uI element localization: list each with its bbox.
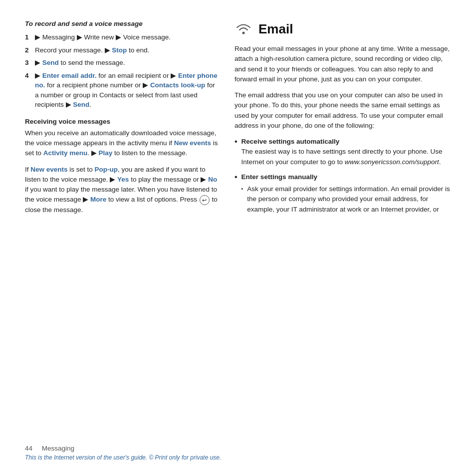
support-url: www.sonyericsson.com/support	[345, 158, 439, 166]
no-label: No	[208, 176, 217, 183]
bullet-item-2: • Enter settings manually • Ask your ema…	[235, 172, 451, 215]
right-column: Email Read your email messages in your p…	[235, 20, 451, 439]
sub-dot-1: •	[241, 184, 243, 215]
page: To record and send a voice message 1 ▶ M…	[0, 0, 476, 476]
bullet-dot-1: •	[235, 137, 238, 167]
new-events-2: New events	[30, 166, 67, 173]
email-para1: Read your email messages in your phone a…	[235, 44, 451, 84]
footer-section: Messaging	[42, 445, 74, 452]
enter-email-highlight: Enter email addr.	[42, 72, 97, 79]
step-1: 1 ▶ Messaging ▶ Write new ▶ Voice messag…	[25, 32, 220, 42]
step-3: 3 ▶ Send to send the message.	[25, 58, 220, 68]
email-para2: The email address that you use on your c…	[235, 90, 451, 131]
step-4: 4 ▶ Enter email addr. for an email recip…	[25, 71, 220, 110]
bullet-list: • Receive settings automatically The eas…	[235, 137, 451, 215]
step-2: 2 Record your message. ▶ Stop to end.	[25, 45, 220, 55]
svg-point-0	[242, 32, 245, 34]
step-text: ▶ Enter email addr. for an email recipie…	[35, 71, 220, 110]
pop-up: Pop-up	[95, 166, 118, 173]
step-text: Record your message. ▶ Stop to end.	[35, 45, 149, 55]
new-events-1: New events	[174, 139, 211, 147]
receive-settings-label: Receive settings automatically	[241, 138, 340, 145]
steps-list: 1 ▶ Messaging ▶ Write new ▶ Voice messag…	[25, 32, 220, 110]
step-text: ▶ Messaging ▶ Write new ▶ Voice message.	[35, 32, 171, 42]
section-title: To record and send a voice message	[25, 20, 220, 27]
footer-note: This is the Internet version of the user…	[25, 454, 451, 461]
sub-text-1: Ask your email provider for settings inf…	[247, 184, 451, 215]
activity-menu: Activity menu	[43, 149, 88, 157]
yes-label: Yes	[117, 176, 129, 183]
sub-list: • Ask your email provider for settings i…	[241, 184, 451, 215]
step-num: 3	[25, 58, 32, 68]
contacts-lookup-highlight: Contacts look-up	[150, 81, 205, 89]
stop-highlight: Stop	[112, 46, 127, 54]
send-highlight: Send	[42, 59, 59, 66]
content-area: To record and send a voice message 1 ▶ M…	[25, 20, 451, 439]
email-title: Email	[258, 21, 293, 37]
step-num: 4	[25, 71, 32, 110]
bullet-content-2: Enter settings manually • Ask your email…	[241, 172, 451, 215]
email-header: Email	[235, 20, 451, 38]
enter-settings-label: Enter settings manually	[241, 173, 317, 181]
more-label: More	[90, 196, 106, 203]
step-text: ▶ Send to send the message.	[35, 58, 125, 68]
bullet-content-1: Receive settings automatically The easie…	[241, 137, 451, 167]
send2-highlight: Send	[73, 101, 89, 108]
receiving-para1: When you receive an automatically downlo…	[25, 128, 220, 159]
footer-page-line: 44 Messaging	[25, 445, 451, 452]
sub-item-1: • Ask your email provider for settings i…	[241, 184, 451, 215]
email-icon	[235, 20, 252, 38]
receiving-para2: If New events is set to Pop-up, you are …	[25, 165, 220, 215]
bullet-dot-2: •	[235, 172, 238, 215]
page-number: 44	[25, 445, 32, 452]
footer: 44 Messaging This is the Internet versio…	[25, 439, 451, 461]
back-button: ↩	[200, 195, 210, 205]
left-column: To record and send a voice message 1 ▶ M…	[25, 20, 220, 439]
bullet-item-1: • Receive settings automatically The eas…	[235, 137, 451, 167]
receiving-title: Receiving voice messages	[25, 118, 220, 125]
step-num: 2	[25, 45, 32, 55]
play-label: Play	[99, 149, 113, 157]
step-num: 1	[25, 32, 32, 42]
